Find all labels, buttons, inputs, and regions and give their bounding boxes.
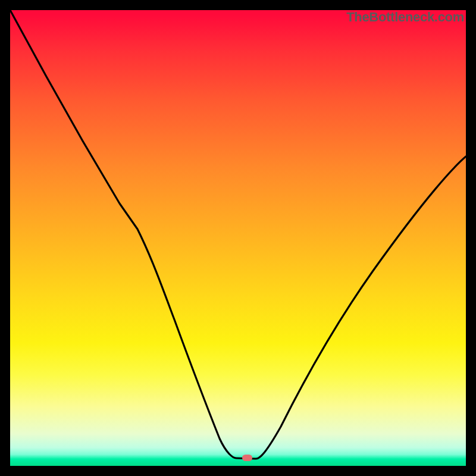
optimal-point-marker xyxy=(242,455,252,461)
chart-plot-area: TheBottleneck.com xyxy=(10,10,466,466)
chart-frame: TheBottleneck.com xyxy=(0,0,476,476)
chart-curve xyxy=(10,10,466,466)
curve-path xyxy=(10,10,466,459)
